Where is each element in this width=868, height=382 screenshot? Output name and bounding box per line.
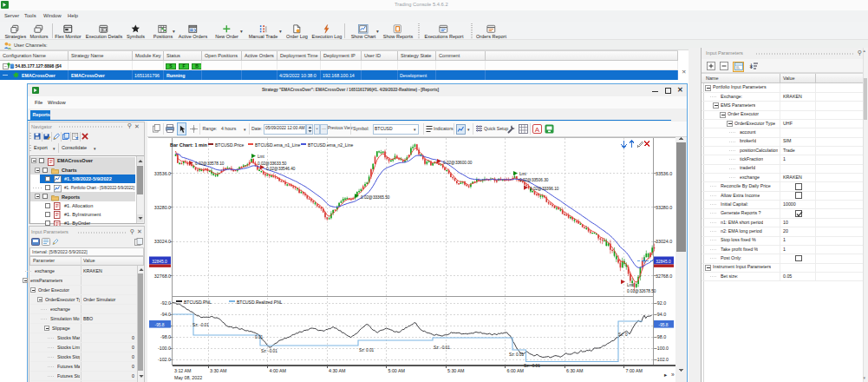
svg-text:Sz: 0.01: Sz: 0.01 bbox=[359, 348, 375, 352]
svg-text:»: » bbox=[671, 372, 675, 378]
svg-text:33024.0: 33024.0 bbox=[656, 239, 672, 244]
svg-text:32768.0: 32768.0 bbox=[656, 273, 672, 279]
svg-text:Sz: 0: Sz: 0 bbox=[618, 333, 628, 337]
svg-text:BTCUSD.ema_n1_Line: BTCUSD.ema_n1_Line bbox=[255, 142, 300, 148]
svg-text:0.02@33546.40: 0.02@33546.40 bbox=[266, 167, 296, 171]
svg-text:33024.0: 33024.0 bbox=[154, 239, 171, 244]
svg-text:Sz: -0.01: Sz: -0.01 bbox=[524, 364, 540, 368]
svg-text:0.01: 0.01 bbox=[255, 335, 264, 339]
svg-text:-100.0: -100.0 bbox=[158, 346, 171, 351]
svg-text:Sz: -0.01: Sz: -0.01 bbox=[434, 346, 450, 350]
svg-text:5:00 AM: 5:00 AM bbox=[388, 368, 405, 373]
svg-text:-94.0: -94.0 bbox=[160, 312, 171, 317]
svg-text:-98.0: -98.0 bbox=[160, 334, 171, 339]
svg-text:0.01@32678.50: 0.01@32678.50 bbox=[627, 289, 656, 293]
svg-text:4:30 AM: 4:30 AM bbox=[329, 368, 345, 373]
svg-text:Sz: -0.01: Sz: -0.01 bbox=[193, 323, 209, 327]
svg-text:BTCUSD.Realized PNL: BTCUSD.Realized PNL bbox=[237, 300, 283, 305]
svg-text:Lmt: Lmt bbox=[258, 155, 265, 159]
svg-text:-94.0: -94.0 bbox=[656, 312, 666, 317]
svg-text:-92.0: -92.0 bbox=[656, 300, 666, 306]
svg-text:A: A bbox=[535, 125, 540, 133]
svg-text:33536.0: 33536.0 bbox=[154, 171, 171, 176]
svg-text:-102.0: -102.0 bbox=[656, 357, 669, 362]
svg-text:6:00 AM: 6:00 AM bbox=[507, 368, 524, 373]
svg-text:0.02@33600.00: 0.02@33600.00 bbox=[443, 161, 473, 165]
svg-text:4:00 AM: 4:00 AM bbox=[270, 368, 286, 373]
svg-text:32768.0: 32768.0 bbox=[154, 273, 171, 279]
svg-text:-95.8: -95.8 bbox=[155, 323, 165, 327]
svg-text:0.02@33578.10: 0.02@33578.10 bbox=[195, 161, 225, 166]
svg-text:0.02@33396.10: 0.02@33396.10 bbox=[530, 187, 559, 191]
svg-text:-102.0: -102.0 bbox=[158, 357, 171, 362]
svg-text:Sz: 0.01: Sz: 0.01 bbox=[509, 352, 525, 357]
svg-text:-92.0: -92.0 bbox=[160, 300, 171, 306]
svg-text:33280.0: 33280.0 bbox=[154, 205, 171, 210]
svg-text:May 08, 2022: May 08, 2022 bbox=[174, 375, 202, 380]
svg-text:-98.0: -98.0 bbox=[656, 334, 666, 339]
svg-text:0.02@33365.50: 0.02@33365.50 bbox=[361, 195, 390, 200]
svg-text:7:00 AM: 7:00 AM bbox=[626, 368, 643, 373]
svg-text:BTCUSD.PNL: BTCUSD.PNL bbox=[184, 300, 212, 305]
svg-text:BTCUSD.Price: BTCUSD.Price bbox=[215, 142, 245, 148]
svg-text:Lmt: Lmt bbox=[519, 172, 527, 176]
svg-text:33536.0: 33536.0 bbox=[656, 171, 672, 176]
svg-text:-100.0: -100.0 bbox=[656, 346, 669, 351]
svg-text:0.02@33506.30: 0.02@33506.30 bbox=[519, 178, 549, 182]
svg-text:33280.0: 33280.0 bbox=[656, 205, 672, 210]
svg-text:-95.8: -95.8 bbox=[659, 323, 669, 327]
svg-text:BTCUSD.ema_n2_Line: BTCUSD.ema_n2_Line bbox=[308, 142, 353, 148]
svg-text:3:30 AM: 3:30 AM bbox=[210, 368, 226, 373]
svg-text:3:12 AM: 3:12 AM bbox=[174, 368, 191, 373]
svg-text:Bar Chart: 1 min: Bar Chart: 1 min bbox=[170, 142, 207, 148]
svg-text:5:30 AM: 5:30 AM bbox=[447, 368, 464, 373]
svg-text:Lmt: Lmt bbox=[627, 283, 635, 287]
svg-text:↡: ↡ bbox=[748, 63, 754, 70]
svg-text:6:30 AM: 6:30 AM bbox=[566, 368, 583, 373]
svg-text:32845.0: 32845.0 bbox=[152, 260, 167, 264]
svg-text:Sz: -0.01: Sz: -0.01 bbox=[261, 349, 277, 353]
svg-text:0.02@33633.50: 0.02@33633.50 bbox=[258, 161, 287, 166]
svg-text:32845.0: 32845.0 bbox=[656, 260, 671, 264]
